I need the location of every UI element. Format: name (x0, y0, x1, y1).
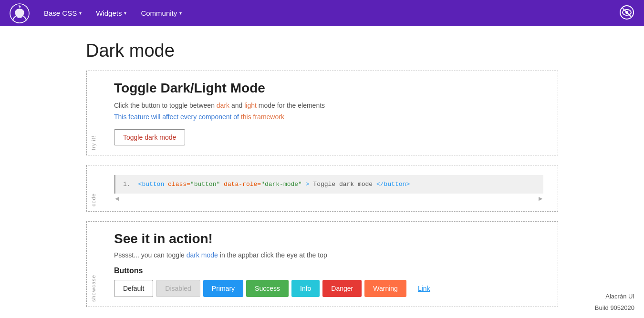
code-block: 1.<button class="button" data-role="dark… (114, 175, 543, 194)
code-panel: code 1.<button class="button" data-role=… (86, 165, 558, 212)
buttons-row: Default Disabled Primary Success Info Da… (114, 280, 543, 297)
footer: Alacrán UI Build 9052020 (585, 286, 644, 318)
btn-warning[interactable]: Warning (364, 280, 406, 297)
chevron-down-icon: ▾ (179, 10, 182, 16)
code-label: code (86, 165, 100, 211)
try-panel-note: This feature will affect every component… (114, 113, 543, 121)
code-attr-datarole: data-role= (224, 181, 261, 188)
nav-widgets[interactable]: Widgets ▾ (96, 9, 126, 17)
showcase-body: See it in action! Psssst... you can togg… (100, 222, 558, 307)
btn-link[interactable]: Link (409, 280, 439, 297)
btn-success[interactable]: Success (246, 280, 289, 297)
code-button-text: Toggle dark mode (313, 181, 373, 188)
btn-default[interactable]: Default (114, 280, 153, 297)
btn-primary[interactable]: Primary (203, 280, 243, 297)
code-close-tag: </button> (376, 181, 410, 188)
navbar: Base CSS ▾ Widgets ▾ Community ▾ (0, 0, 644, 26)
btn-info[interactable]: Info (291, 280, 320, 297)
code-val-datarole: "dark-mode" (261, 181, 302, 188)
nav-community[interactable]: Community ▾ (141, 9, 182, 17)
code-line-number: 1. (123, 181, 131, 188)
code-tag-close1: > (302, 181, 310, 188)
toggle-dark-mode-button[interactable]: Toggle dark mode (114, 129, 185, 145)
code-body: 1.<button class="button" data-role="dark… (100, 165, 558, 211)
showcase-label: showcase (86, 222, 100, 307)
footer-brand: Alacrán UI (595, 291, 634, 302)
try-it-label: try it! (86, 71, 100, 155)
try-panel-description: Click the button to toggle between dark … (114, 102, 543, 109)
code-scroll-hint: ◀ ▶ (114, 194, 543, 202)
chevron-down-icon: ▾ (79, 10, 82, 16)
chevron-down-icon: ▾ (124, 10, 126, 16)
showcase-panel: showcase See it in action! Psssst... you… (86, 221, 558, 307)
showcase-heading: See it in action! (114, 231, 543, 246)
logo-icon (10, 3, 30, 23)
scroll-left-icon: ◀ (115, 195, 119, 202)
code-val-class: "button" (190, 181, 220, 188)
main-content: Dark mode try it! Toggle Dark/Light Mode… (0, 26, 644, 318)
btn-danger[interactable]: Danger (322, 280, 362, 297)
btn-disabled: Disabled (156, 280, 200, 297)
page-title: Dark mode (86, 41, 558, 61)
try-panel-heading: Toggle Dark/Light Mode (114, 81, 543, 96)
try-it-panel: try it! Toggle Dark/Light Mode Click the… (86, 71, 558, 155)
showcase-desc: Psssst... you can toggle dark mode in th… (114, 251, 543, 259)
footer-build: Build 9052020 (595, 302, 634, 313)
brand-logo[interactable] (10, 3, 30, 23)
scroll-right-icon: ▶ (539, 195, 542, 202)
nav-basecss[interactable]: Base CSS ▾ (44, 9, 82, 17)
eye-toggle-icon[interactable] (619, 5, 634, 20)
code-open-tag: <button (138, 181, 165, 188)
try-it-body: Toggle Dark/Light Mode Click the button … (100, 71, 558, 155)
code-attr-class: class= (168, 181, 190, 188)
buttons-section-label: Buttons (114, 267, 543, 275)
